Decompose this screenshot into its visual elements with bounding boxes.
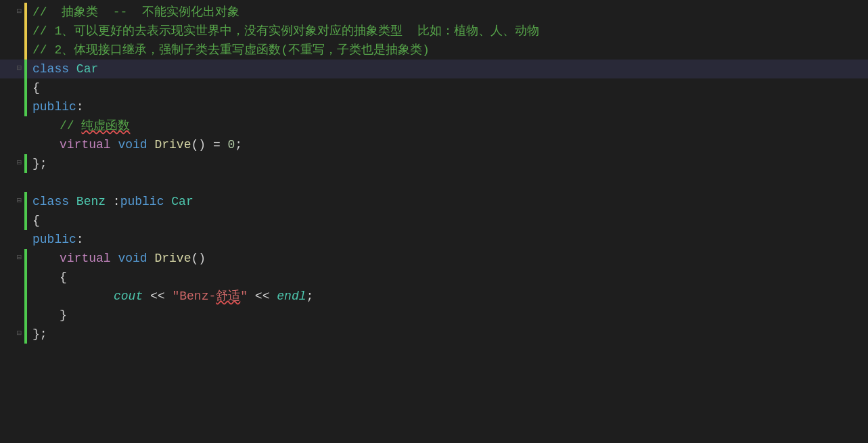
- gutter-8: [0, 135, 24, 154]
- brace-open-5: {: [32, 78, 40, 97]
- gutter-11: ⊟: [0, 192, 24, 211]
- code-line-13: public:: [0, 230, 868, 249]
- line-content-8: virtual void Drive() = 0;: [27, 135, 868, 154]
- gutter-10: [0, 173, 24, 192]
- line-content-16: cout << "Benz-舒适" << endl;: [27, 287, 868, 306]
- collapse-icon-11[interactable]: ⊟: [17, 195, 22, 208]
- string-benz: "Benz-: [172, 287, 216, 306]
- line-content-4: class Car: [27, 60, 868, 78]
- code-line-15: {: [0, 268, 868, 287]
- gutter-16: [0, 287, 24, 306]
- keyword-virtual-14: virtual: [60, 249, 111, 268]
- line-content-18: };: [27, 325, 868, 344]
- line-content-9: };: [27, 154, 868, 173]
- string-benz-comfort: 舒适: [216, 287, 240, 306]
- cout-keyword: cout: [114, 287, 143, 306]
- colon-6: :: [76, 97, 84, 116]
- code-line-3: // 2、体现接口继承，强制子类去重写虚函数(不重写，子类也是抽象类): [0, 41, 868, 60]
- code-editor: ⊟ // 抽象类 -- 不能实例化出对象 // 1、可以更好的去表示现实世界中，…: [0, 0, 868, 346]
- code-line-5: {: [0, 78, 868, 97]
- line-content-1: // 抽象类 -- 不能实例化出对象: [27, 3, 868, 22]
- code-line-18: ⊟ };: [0, 325, 868, 344]
- func-drive-8: Drive: [154, 135, 191, 154]
- closing-brace-18: };: [32, 325, 47, 344]
- code-line-7: // 纯虚函数: [0, 116, 868, 135]
- keyword-virtual-8: virtual: [60, 135, 111, 154]
- gutter-6: [0, 97, 24, 116]
- gutter-15: [0, 268, 24, 287]
- code-line-4: ⊟ class Car: [0, 60, 868, 78]
- string-benz-close: ": [240, 287, 248, 306]
- collapse-icon-9[interactable]: ⊟: [17, 157, 22, 170]
- code-line-6: public:: [0, 97, 868, 116]
- gutter-1: ⊟: [0, 3, 24, 22]
- line-content-14: virtual void Drive(): [27, 249, 868, 268]
- line-content-5: {: [27, 78, 868, 97]
- code-line-1: ⊟ // 抽象类 -- 不能实例化出对象: [0, 3, 868, 22]
- number-zero: 0: [228, 135, 235, 154]
- comment-text-2: // 1、可以更好的去表示现实世界中，没有实例对象对应的抽象类型 比如：植物、人…: [32, 22, 539, 41]
- code-line-12: {: [0, 211, 868, 230]
- code-line-17: }: [0, 306, 868, 325]
- collapse-icon-14[interactable]: ⊟: [17, 252, 22, 264]
- gutter-12: [0, 211, 24, 230]
- comment-pure-virtual-prefix: //: [60, 116, 81, 135]
- collapse-icon-1[interactable]: ⊟: [17, 5, 22, 18]
- class-name-car: Car: [76, 60, 98, 78]
- collapse-icon-4[interactable]: ⊟: [17, 62, 22, 75]
- code-line-9: ⊟ };: [0, 154, 868, 173]
- keyword-public-11: public: [120, 192, 164, 211]
- class-name-car-11: Car: [171, 192, 193, 211]
- comment-text-1: // 抽象类 -- 不能实例化出对象: [32, 3, 239, 22]
- code-line-14: ⊟ virtual void Drive(): [0, 249, 868, 268]
- class-name-benz: Benz: [76, 192, 106, 211]
- gutter-17: [0, 306, 24, 325]
- line-content-12: {: [27, 211, 868, 230]
- space-4: [69, 60, 76, 78]
- func-drive-14: Drive: [154, 249, 191, 268]
- line-content-10: [27, 173, 868, 192]
- gutter-7: [0, 116, 24, 135]
- line-content-15: {: [27, 268, 868, 287]
- collapse-icon-18[interactable]: ⊟: [17, 327, 22, 340]
- gutter-3: [0, 41, 24, 60]
- line-content-3: // 2、体现接口继承，强制子类去重写虚函数(不重写，子类也是抽象类): [27, 41, 868, 60]
- code-line-16: cout << "Benz-舒适" << endl;: [0, 287, 868, 306]
- gutter-2: [0, 22, 24, 41]
- line-content-11: class Benz :public Car: [27, 192, 868, 211]
- brace-close-17: }: [60, 306, 67, 325]
- line-content-7: // 纯虚函数: [27, 116, 868, 135]
- line-content-13: public:: [27, 230, 868, 249]
- endl-keyword: endl: [277, 287, 306, 306]
- brace-open-15: {: [60, 268, 67, 287]
- gutter-5: [0, 78, 24, 97]
- keyword-void-14: void: [118, 249, 147, 268]
- code-line-8: virtual void Drive() = 0;: [0, 135, 868, 154]
- gutter-4: ⊟: [0, 60, 24, 78]
- keyword-public-13: public: [32, 230, 76, 249]
- line-content-17: }: [27, 306, 868, 325]
- keyword-class-11: class: [32, 192, 69, 211]
- gutter-9: ⊟: [0, 154, 24, 173]
- comment-pure-virtual: 纯虚函数: [81, 116, 130, 135]
- brace-open-12: {: [32, 211, 40, 230]
- gutter-14: ⊟: [0, 249, 24, 268]
- gutter-13: [0, 230, 24, 249]
- code-line-11: ⊟ class Benz :public Car: [0, 192, 868, 211]
- line-content-2: // 1、可以更好的去表示现实世界中，没有实例对象对应的抽象类型 比如：植物、人…: [27, 22, 868, 41]
- line-content-6: public:: [27, 97, 868, 116]
- gutter-18: ⊟: [0, 325, 24, 344]
- keyword-class-4: class: [32, 60, 69, 78]
- code-line-2: // 1、可以更好的去表示现实世界中，没有实例对象对应的抽象类型 比如：植物、人…: [0, 22, 868, 41]
- comment-text-3: // 2、体现接口继承，强制子类去重写虚函数(不重写，子类也是抽象类): [32, 41, 430, 60]
- closing-brace-9: };: [32, 154, 47, 173]
- keyword-public-6: public: [32, 97, 76, 116]
- keyword-void-8: void: [118, 135, 147, 154]
- code-line-10: [0, 173, 868, 192]
